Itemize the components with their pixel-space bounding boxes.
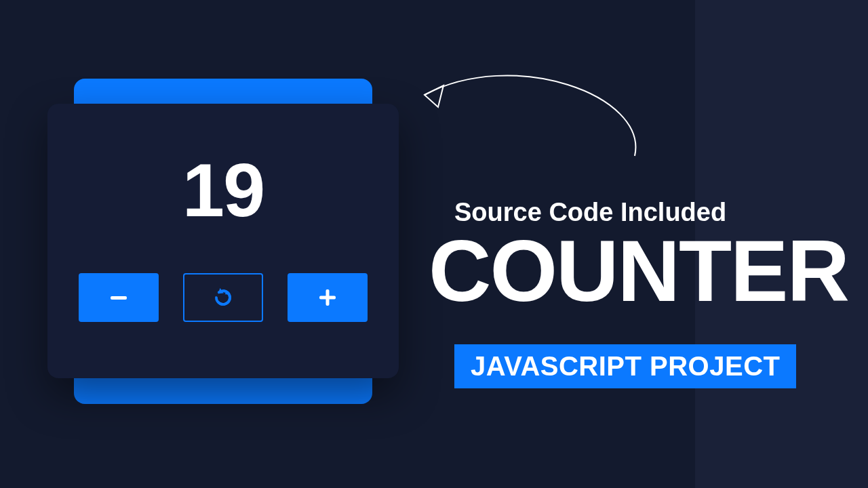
plus-icon <box>319 289 336 306</box>
counter-card: 19 <box>47 104 399 378</box>
button-row <box>79 273 368 322</box>
svg-marker-1 <box>425 85 443 107</box>
increment-button[interactable] <box>288 273 368 322</box>
reset-icon <box>213 287 233 308</box>
reset-button[interactable] <box>183 273 263 322</box>
decrement-button[interactable] <box>79 273 159 322</box>
curved-arrow-icon <box>391 54 662 190</box>
title-text: COUNTER <box>429 221 848 321</box>
minus-icon <box>111 296 127 300</box>
counter-value: 19 <box>182 146 264 234</box>
project-badge: JAVASCRIPT PROJECT <box>454 344 796 388</box>
